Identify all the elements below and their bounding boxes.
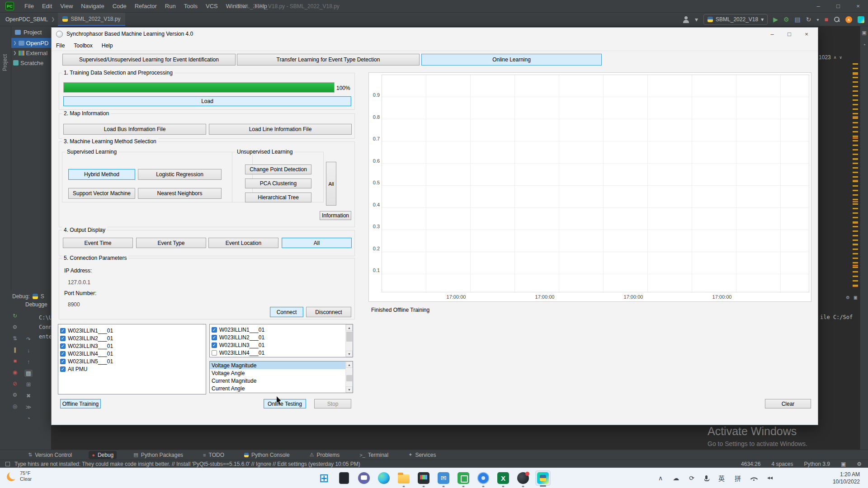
- search-everywhere-icon[interactable]: [834, 16, 840, 23]
- breadcrumb-project[interactable]: OpenPDC_SBML: [5, 16, 48, 23]
- stop-button[interactable]: ■: [825, 16, 828, 23]
- step-into-icon[interactable]: ↓: [24, 347, 33, 354]
- stream-list-scrollbar[interactable]: ▲ ▼: [345, 324, 353, 357]
- menu-run[interactable]: Run: [161, 3, 180, 9]
- pmu-list[interactable]: ✓W023ILLIN1___01 ✓W023ILLIN2___01 ✓W023I…: [58, 324, 206, 394]
- event-type-button[interactable]: Event Type: [136, 238, 206, 248]
- checkbox-checked-icon[interactable]: ✓: [212, 343, 217, 348]
- signal-list-item-selected[interactable]: Voltage Magnitude: [210, 361, 353, 369]
- taskbar-excel[interactable]: X: [495, 470, 511, 486]
- whats-new-icon[interactable]: [858, 16, 864, 23]
- signal-list-item[interactable]: Current Angle: [210, 385, 353, 392]
- toolwindow-debug[interactable]: ● Debug: [89, 451, 117, 459]
- pca-clustering-button[interactable]: PCA Clustering: [245, 178, 311, 188]
- caret-position[interactable]: 4634:26: [741, 461, 760, 467]
- menu-vcs[interactable]: VCS: [202, 3, 222, 9]
- checkbox-checked-icon[interactable]: ✓: [60, 366, 66, 372]
- ide-close-icon[interactable]: ×: [848, 0, 868, 12]
- menu-refactor[interactable]: Refactor: [131, 3, 161, 9]
- debug-button[interactable]: ⚙: [783, 16, 789, 23]
- rerun-icon[interactable]: ↻: [11, 312, 19, 319]
- user-dropdown-icon[interactable]: ▾: [695, 16, 698, 23]
- tab-online-learning[interactable]: Online Learning: [421, 54, 602, 66]
- speaker-icon[interactable]: [767, 475, 773, 481]
- notifications-icon[interactable]: ▣: [860, 30, 868, 36]
- online-testing-button[interactable]: Online Testing: [264, 399, 306, 408]
- checkbox-checked-icon[interactable]: ✓: [60, 343, 66, 349]
- notifications-bell-icon[interactable]: ⚙: [857, 461, 862, 467]
- stream-list-item[interactable]: ✓W023ILLIN3___01: [210, 341, 353, 349]
- scroll-thumb[interactable]: [346, 332, 352, 342]
- taskbar-dark-sphere-app[interactable]: [515, 470, 531, 486]
- menu-file[interactable]: File: [20, 3, 38, 9]
- dialog-menu-file[interactable]: File: [52, 42, 69, 49]
- expand-chevron-icon[interactable]: ❯: [13, 51, 17, 55]
- debugger-tab[interactable]: Debugge: [0, 301, 51, 308]
- output-all-button[interactable]: All: [282, 238, 352, 248]
- pin-icon[interactable]: ◎: [11, 403, 19, 410]
- debug-settings-icon[interactable]: ⚙: [11, 391, 19, 399]
- checkbox-checked-icon[interactable]: ✓: [60, 359, 66, 364]
- console-view-icon[interactable]: ▤: [24, 370, 33, 377]
- editor-file-tab[interactable]: SBML_2022_V18.py: [58, 13, 125, 26]
- microphone-icon[interactable]: [704, 475, 708, 481]
- step-over-icon[interactable]: ↷: [24, 336, 33, 343]
- dialog-close-icon[interactable]: ×: [798, 28, 815, 39]
- scroll-up-icon[interactable]: ▲: [346, 324, 353, 331]
- menu-navigate[interactable]: Navigate: [77, 3, 108, 9]
- scroll-down-icon[interactable]: ▼: [346, 351, 353, 357]
- taskbar-teams-chat[interactable]: [356, 470, 372, 486]
- taskbar-clock[interactable]: 1:20 AM 10/10/2022: [833, 471, 860, 485]
- checkbox-checked-icon[interactable]: ✓: [60, 328, 66, 333]
- toolwindow-todo[interactable]: ≡ TODO: [200, 451, 227, 459]
- all-methods-button[interactable]: All: [326, 162, 336, 206]
- stream-list[interactable]: ✓W023ILLIN1___01 ✓W023ILLIN2___01 ✓W023I…: [209, 324, 353, 357]
- tool-strip-project[interactable]: Project: [2, 54, 8, 71]
- mute-breakpoints-icon[interactable]: ⊘: [11, 380, 19, 387]
- toolwindow-python-packages[interactable]: ▤ Python Packages: [130, 451, 186, 459]
- dialog-menu-help[interactable]: Help: [97, 42, 118, 49]
- resume-icon[interactable]: ≫: [24, 404, 33, 411]
- offline-training-button[interactable]: Offline Training: [60, 399, 101, 408]
- console-settings-icon[interactable]: ◔: [24, 415, 33, 422]
- ime-pinyin-indicator[interactable]: 拼: [735, 474, 741, 483]
- start-button[interactable]: ⊞: [316, 470, 332, 486]
- taskbar-weather-widget[interactable]: 75°F Clear: [7, 470, 32, 482]
- status-message[interactable]: Type hints are not installed: They could…: [14, 461, 360, 467]
- taskbar-green-app[interactable]: [456, 470, 471, 486]
- taskbar-phone-link[interactable]: [336, 470, 352, 486]
- menu-edit[interactable]: Edit: [38, 3, 56, 9]
- ime-language-indicator[interactable]: 英: [718, 474, 725, 483]
- panel-layout-icon[interactable]: ▣: [854, 294, 857, 300]
- sync-icon[interactable]: ⟳: [689, 474, 694, 482]
- checkbox-checked-icon[interactable]: ✓: [60, 336, 66, 341]
- pmu-list-item[interactable]: ✓W023ILLIN5___01: [58, 357, 206, 365]
- project-item-scratches[interactable]: Scratche: [11, 58, 51, 68]
- connect-button[interactable]: Connect: [270, 307, 303, 317]
- ip-address-field[interactable]: 127.0.0.1: [68, 279, 90, 286]
- clear-button[interactable]: Clear: [765, 399, 811, 408]
- stop-button-dialog[interactable]: Stop: [314, 399, 351, 408]
- step-out-icon[interactable]: ↑: [24, 358, 33, 366]
- taskbar-store[interactable]: [416, 470, 431, 486]
- dialog-menu-toolbox[interactable]: Toolbox: [69, 42, 97, 49]
- signal-list[interactable]: Voltage Magnitude Voltage Angle Current …: [209, 361, 353, 393]
- information-button[interactable]: Information: [320, 211, 351, 220]
- scroll-down-icon[interactable]: ▼: [346, 386, 353, 393]
- port-number-field[interactable]: 8900: [68, 301, 80, 308]
- taskbar-mail[interactable]: ✉: [436, 470, 451, 486]
- taskbar-file-explorer[interactable]: [396, 470, 411, 486]
- dialog-minimize-icon[interactable]: –: [764, 28, 781, 39]
- run-configuration-selector[interactable]: SBML_2022_V18 ▾: [703, 14, 768, 25]
- panel-gear-icon[interactable]: ⚙: [846, 294, 849, 300]
- svm-button[interactable]: Support Vector Machine: [68, 188, 135, 199]
- logistic-regression-button[interactable]: Logistic Regression: [138, 169, 222, 180]
- checkbox-checked-icon[interactable]: ✓: [212, 327, 217, 333]
- signal-list-scrollbar[interactable]: ▲ ▼: [345, 361, 353, 393]
- ide-maximize-icon[interactable]: □: [828, 0, 848, 12]
- hidden-icons-chevron[interactable]: ∧: [658, 474, 663, 482]
- signal-list-item[interactable]: Voltage Angle: [210, 369, 353, 377]
- onedrive-cloud-icon[interactable]: ☁: [673, 474, 679, 482]
- breakpoints-icon[interactable]: ◉: [11, 369, 19, 376]
- hybrid-method-button[interactable]: Hybrid Method: [68, 169, 135, 180]
